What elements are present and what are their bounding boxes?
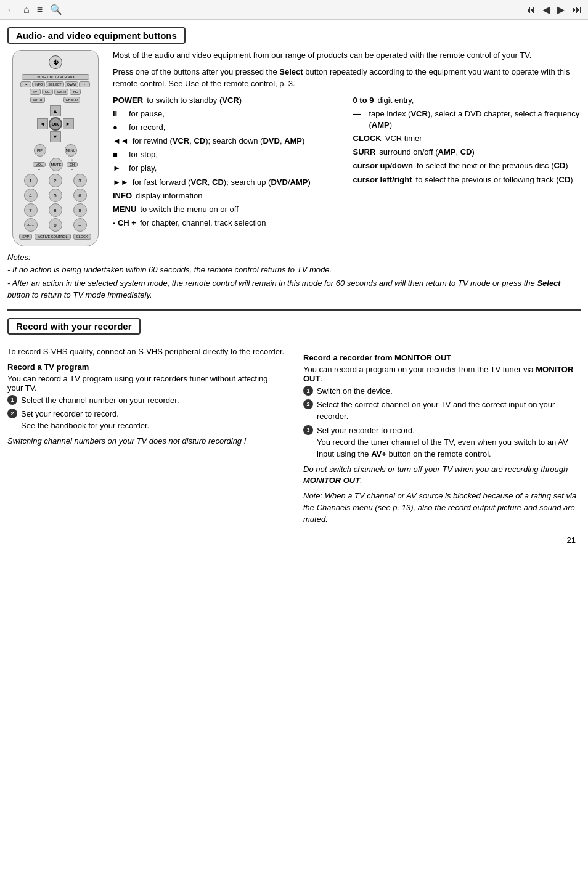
next-end-icon[interactable]: ⏭ <box>572 4 582 15</box>
record-tv-title: Record a TV program <box>7 362 285 372</box>
toolbar: ← ⌂ ≡ 🔍 ⏮ ◀ ▶ ⏭ <box>0 0 588 20</box>
remote-num4: 4 <box>24 189 38 202</box>
remote-left-btn: ◄ <box>37 118 48 129</box>
doc-icon[interactable]: ≡ <box>37 4 43 15</box>
btn-clock-label: CLOCK <box>353 133 382 144</box>
btn-ch-label: - CH + <box>113 218 136 229</box>
record-tv-note: Switching channel numbers on your TV doe… <box>7 436 285 447</box>
lower-left-col: To record S-VHS quality, connect an S-VH… <box>7 347 285 529</box>
btn-menu: MENU to switch the menu on or off <box>113 204 341 215</box>
search-icon[interactable]: 🔍 <box>50 4 62 15</box>
section2-title: Record with your recorder <box>7 318 141 335</box>
btn-pause-desc: for pause, <box>129 108 341 120</box>
step1-circle: 1 <box>7 395 17 405</box>
btn-play: ► for play, <box>113 163 341 174</box>
remote-tv-btn: TV <box>30 89 41 95</box>
section1-header: Audio- and video equipment buttons <box>0 20 588 50</box>
buttons-right-col: 0 to 9 digit entry, — tape index (VCR), … <box>353 95 581 229</box>
monitor-step3-text: Set your recorder to record.You record t… <box>317 425 581 460</box>
btn-info-desc: display information <box>136 190 340 201</box>
btn-cursor-lr-desc: to select the previous or following trac… <box>416 174 581 185</box>
remote-right-btn: ► <box>63 118 74 129</box>
remote-num8: 8 <box>49 203 62 217</box>
record-monitor-step1: 1 Switch on the device. <box>303 386 581 397</box>
monitor-step2-text: Select the correct channel on your TV an… <box>317 399 581 423</box>
section2-body: To record S-VHS quality, connect an S-VH… <box>0 347 588 529</box>
btn-power-label: POWER <box>113 95 143 106</box>
record-monitor-step3: 3 Set your recorder to record.You record… <box>303 425 581 460</box>
btn-ff-label: ►► <box>113 177 129 188</box>
remote-active-control-btn: ACTIVE CONTROL <box>35 234 70 240</box>
btn-surr: SURR surround on/off (AMP, CD) <box>353 147 581 158</box>
record-monitor-intro: You can record a program on your recorde… <box>303 365 581 383</box>
btn-record-desc: for record, <box>129 122 341 133</box>
btn-power-desc: to switch to standby (VCR) <box>147 95 340 106</box>
remote-up-btn: ▲ <box>50 105 61 116</box>
home-icon[interactable]: ⌂ <box>23 4 30 15</box>
remote-ihd-btn: IHD <box>70 89 81 95</box>
btn-stop-desc: for stop, <box>129 149 341 160</box>
intro-para2: Press one of the buttons after you press… <box>113 67 581 90</box>
remote-menu-btn: MENU <box>65 144 77 157</box>
remote-info-btn: INFO <box>32 81 45 87</box>
btn-clock-desc: VCR timer <box>385 133 581 144</box>
btn-ff: ►► for fast forward (VCR, CD); search up… <box>113 177 341 188</box>
section1-title: Audio- and video equipment buttons <box>7 27 186 44</box>
remote-down-btn: ▼ <box>50 131 61 142</box>
remote-av-btn: AV+ <box>24 218 38 232</box>
btn-ch-desc: for chapter, channel, track selection <box>140 218 341 229</box>
monitor-step3-circle: 3 <box>303 425 313 435</box>
monitor-step1-text: Switch on the device. <box>317 386 581 397</box>
next-icon[interactable]: ▶ <box>557 4 565 15</box>
record-monitor-title: Record a recorder from MONITOR OUT <box>303 353 581 362</box>
remote-num0: 0 <box>49 218 62 232</box>
btn-09-label: 0 to 9 <box>353 95 374 106</box>
btn-info: INFO display information <box>113 190 341 201</box>
remote-vol-btn: VOL <box>33 162 46 167</box>
btn-rewind-desc: for rewind (VCR, CD); search down (DVD, … <box>133 136 341 147</box>
notes-title: Notes: <box>7 253 581 262</box>
btn-play-label: ► <box>113 163 125 174</box>
remote-select-btn: SELECT <box>46 81 63 87</box>
remote-minus-btn: − <box>73 218 87 232</box>
remote-num9: 9 <box>73 203 87 217</box>
remote-num6: 6 <box>73 189 87 202</box>
toolbar-right: ⏮ ◀ ▶ ⏭ <box>525 4 582 15</box>
remote-dot2-btn: • <box>79 81 90 87</box>
remote-surr-btn: SURR <box>54 89 69 95</box>
remote-dot-btn: • <box>20 81 31 87</box>
btn-09-desc: digit entry, <box>377 95 581 106</box>
back-icon[interactable]: ← <box>6 4 16 15</box>
btn-record: ● for record, <box>113 122 341 133</box>
section1-content: Most of the audio and video equipment fr… <box>113 50 581 246</box>
remote-ch-btn: CH <box>67 162 78 167</box>
record-tv-intro: You can record a TV program using your r… <box>7 374 285 393</box>
section2-header: Record with your recorder <box>0 311 588 341</box>
btn-clock: CLOCK VCR timer <box>353 133 581 144</box>
prev-start-icon[interactable]: ⏮ <box>525 4 535 15</box>
step1-text: Select the channel number on your record… <box>21 395 285 407</box>
remote-num1: 1 <box>24 174 38 187</box>
btn-pause: II for pause, <box>113 108 341 120</box>
btn-surr-label: SURR <box>353 147 376 158</box>
remote-cc-btn: CC <box>42 89 53 95</box>
btn-rewind: ◄◄ for rewind (VCR, CD); search down (DV… <box>113 136 341 147</box>
btn-dash-label: — <box>353 108 365 120</box>
remote-source-row: DVD/R CBL TV VCR AUX <box>22 74 89 80</box>
btn-rewind-label: ◄◄ <box>113 136 129 147</box>
btn-ch: - CH + for chapter, channel, track selec… <box>113 218 341 229</box>
remote-pip-btn: PIP <box>34 144 46 157</box>
button-descriptions: POWER to switch to standby (VCR) II for … <box>113 95 581 229</box>
remote-power-btn: ⏻ <box>49 55 62 69</box>
remote-num7: 7 <box>24 203 38 217</box>
btn-cursor-ud-desc: to select the next or the previous disc … <box>417 160 581 171</box>
note-1: - If no action is being undertaken withi… <box>7 264 581 276</box>
record-tv-step2: 2 Set your recorder to record.See the ha… <box>7 409 285 432</box>
btn-09: 0 to 9 digit entry, <box>353 95 581 106</box>
btn-dash: — tape index (VCR), select a DVD chapter… <box>353 108 581 131</box>
btn-menu-label: MENU <box>113 204 136 215</box>
remote-num2: 2 <box>49 174 62 187</box>
prev-icon[interactable]: ◀ <box>542 4 550 15</box>
monitor-step2-circle: 2 <box>303 399 313 409</box>
step2-circle: 2 <box>7 409 17 418</box>
